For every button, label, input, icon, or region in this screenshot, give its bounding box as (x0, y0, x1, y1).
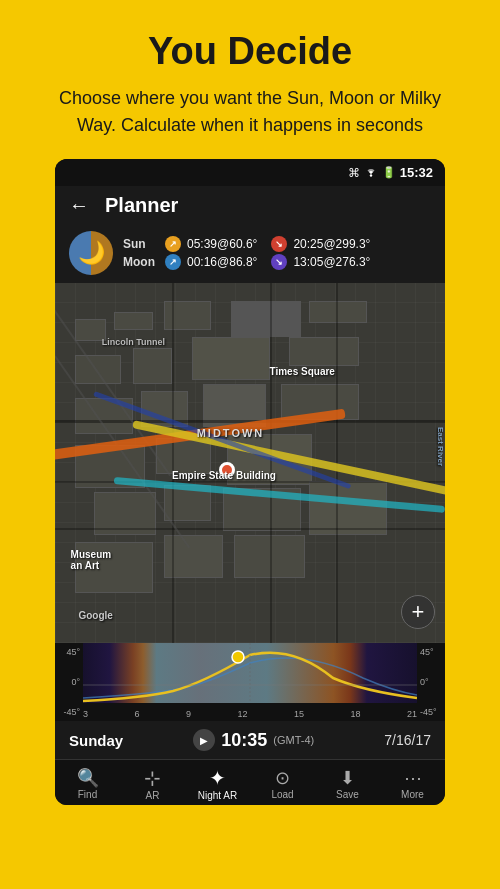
nav-item-save[interactable]: ⬇ Save (318, 769, 378, 800)
x-label-18: 18 (350, 709, 360, 719)
y-label-bot-right: -45° (420, 707, 445, 717)
sun-chart: 45° 0° -45° 45° 0° -45° (55, 643, 445, 721)
x-label-9: 9 (186, 709, 191, 719)
status-bar: ⌘ 🔋 15:32 (55, 159, 445, 186)
x-label-21: 21 (407, 709, 417, 719)
main-subtitle: Choose where you want the Sun, Moon or M… (40, 85, 460, 139)
sun-arc-chart (83, 643, 417, 703)
wifi-icon (364, 165, 378, 180)
nav-item-load[interactable]: ⊙ Load (253, 769, 313, 800)
status-icons: ⌘ 🔋 15:32 (348, 165, 433, 180)
time-display: ▶ 10:35 (GMT-4) (193, 729, 314, 751)
play-button[interactable]: ▶ (193, 729, 215, 751)
zoom-in-button[interactable]: + (401, 595, 435, 629)
x-label-3: 3 (83, 709, 88, 719)
x-label-6: 6 (134, 709, 139, 719)
save-icon: ⬇ (340, 769, 355, 787)
ar-icon: ⊹ (144, 768, 161, 788)
nav-item-find[interactable]: 🔍 Find (58, 769, 118, 800)
load-label: Load (271, 789, 293, 800)
location-pin[interactable] (219, 462, 235, 478)
moon-set-icon: ↘ (271, 254, 287, 270)
ar-label: AR (146, 790, 160, 801)
y-label-top-left: 45° (55, 647, 80, 657)
back-button[interactable]: ← (69, 194, 89, 217)
time-display: 15:32 (400, 165, 433, 180)
night-ar-icon: ✦ (209, 768, 226, 788)
map-background: MIDTOWN Times Square Empire State Buildi… (55, 283, 445, 643)
save-label: Save (336, 789, 359, 800)
sun-rise-time: 05:39@60.6° (187, 237, 257, 251)
phone-mockup: ⌘ 🔋 15:32 ← Planner 🌙 Sun (55, 159, 445, 805)
moon-rise-time: 00:16@86.8° (187, 255, 257, 269)
nav-item-ar[interactable]: ⊹ AR (123, 768, 183, 801)
y-label-top-right: 45° (420, 647, 445, 657)
current-date: 7/16/17 (384, 732, 431, 748)
time-bar: Sunday ▶ 10:35 (GMT-4) 7/16/17 (55, 721, 445, 759)
bottom-navigation: 🔍 Find ⊹ AR ✦ Night AR ⊙ Load ⬇ Save ⋯ M… (55, 759, 445, 805)
celestial-data: Sun ↗ 05:39@60.6° ↘ 20:25@299.3° Moon ↗ … (123, 236, 370, 270)
y-label-mid-left: 0° (55, 677, 80, 687)
timezone: (GMT-4) (273, 734, 314, 746)
load-icon: ⊙ (275, 769, 290, 787)
battery-icon: 🔋 (382, 166, 396, 179)
page-title: Planner (105, 194, 178, 217)
sun-label: Sun (123, 237, 159, 251)
moon-set-time: 13:05@276.3° (293, 255, 370, 269)
celestial-bar: 🌙 Sun ↗ 05:39@60.6° ↘ 20:25@299.3° Moon … (55, 225, 445, 283)
bluetooth-icon: ⌘ (348, 166, 360, 180)
sun-rise-icon: ↗ (165, 236, 181, 252)
sun-set-time: 20:25@299.3° (293, 237, 370, 251)
map-view[interactable]: MIDTOWN Times Square Empire State Buildi… (55, 283, 445, 643)
celestial-avatar: 🌙 (69, 231, 113, 275)
moon-rise-icon: ↗ (165, 254, 181, 270)
x-label-15: 15 (294, 709, 304, 719)
main-title: You Decide (40, 30, 460, 73)
night-ar-label: Night AR (198, 790, 237, 801)
x-label-12: 12 (237, 709, 247, 719)
svg-point-1 (232, 651, 244, 663)
chart-y-labels-right: 45° 0° -45° (417, 643, 445, 721)
city-grid (55, 283, 445, 643)
sun-set-icon: ↘ (271, 236, 287, 252)
y-label-mid-right: 0° (420, 677, 445, 687)
find-icon: 🔍 (77, 769, 99, 787)
chart-area (83, 643, 417, 703)
y-label-bot-left: -45° (55, 707, 80, 717)
current-time: 10:35 (221, 730, 267, 751)
svg-point-0 (370, 174, 372, 176)
find-label: Find (78, 789, 97, 800)
top-navigation: ← Planner (55, 186, 445, 225)
moon-label: Moon (123, 255, 159, 269)
nav-item-more[interactable]: ⋯ More (383, 769, 443, 800)
nav-item-night-ar[interactable]: ✦ Night AR (188, 768, 248, 801)
chart-y-labels-left: 45° 0° -45° (55, 643, 83, 721)
sun-row: Sun ↗ 05:39@60.6° ↘ 20:25@299.3° (123, 236, 370, 252)
moon-row: Moon ↗ 00:16@86.8° ↘ 13:05@276.3° (123, 254, 370, 270)
more-label: More (401, 789, 424, 800)
day-label: Sunday (69, 732, 123, 749)
chart-x-labels: 3 6 9 12 15 18 21 (83, 709, 417, 719)
header-section: You Decide Choose where you want the Sun… (0, 0, 500, 159)
more-icon: ⋯ (404, 769, 422, 787)
